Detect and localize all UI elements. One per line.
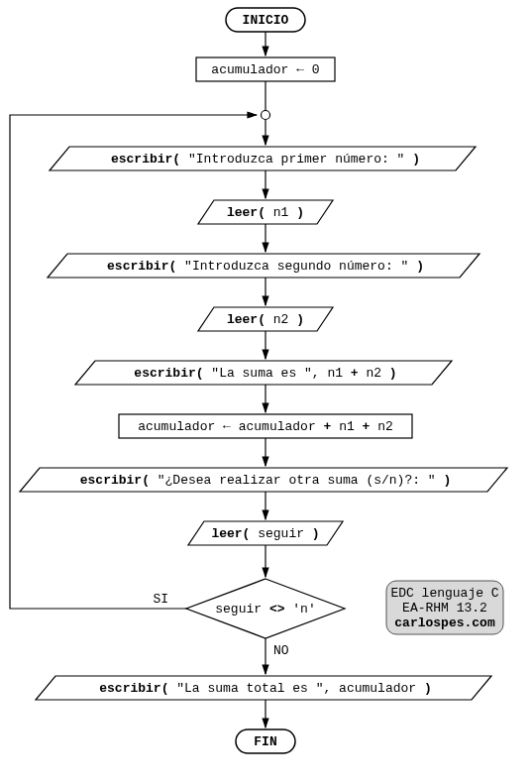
svg-text:leer( seguir ): leer( seguir ) [211,526,319,541]
svg-text:escribir( "La suma total es ",: escribir( "La suma total es ", acumulado… [99,681,432,696]
terminal-end-label: FIN [254,734,276,749]
io-prompt-again: escribir( "¿Desea realizar otra suma (s/… [20,468,507,492]
io-read-seguir: leer( seguir ) [188,521,343,545]
svg-text:leer( n2 ): leer( n2 ) [227,312,304,327]
io-write-total: escribir( "La suma total es ", acumulado… [36,676,491,700]
io-read-n2: leer( n2 ) [198,307,333,331]
terminal-start: INICIO [226,8,305,32]
svg-text:escribir( "Introduzca segundo : escribir( "Introduzca segundo número: " … [107,259,424,274]
badge-line2: EA-RHM 13.2 [402,601,487,616]
process-init: acumulador ← 0 [196,57,335,81]
badge-line1: EDC lenguaje C [390,586,498,601]
io-write-sum: escribir( "La suma es ", n1 + n2 ) [75,361,452,385]
svg-text:escribir( "Introduzca primer n: escribir( "Introduzca primer número: " ) [111,152,420,167]
io-prompt-first-number: escribir( "Introduzca primer número: " ) [50,147,476,170]
decision-seguir: seguir <> 'n' [186,579,345,638]
svg-text:escribir( "¿Desea realizar otr: escribir( "¿Desea realizar otra suma (s/… [80,473,451,488]
decision-yes-label: SI [153,592,168,607]
terminal-end: FIN [236,729,295,753]
badge-line3: carlospes.com [394,616,495,630]
svg-text:acumulador
       ← 
      acu: acumulador ← acumulador + n1 + n2 [138,419,393,434]
process-accumulate: acumulador ← acumulador + n1 + n2 [119,414,412,438]
terminal-start-label: INICIO [243,13,289,28]
svg-text:seguir
       <> 
      'n': seguir <> 'n' [215,602,315,616]
decision-no-label: NO [273,643,289,658]
io-prompt-second-number: escribir( "Introduzca segundo número: " … [48,254,479,278]
loop-connector [262,111,270,120]
svg-text:acumulador
       ← 
      0: acumulador ← 0 [211,62,319,77]
svg-text:leer( n1 ): leer( n1 ) [227,205,304,220]
svg-text:escribir( "La suma es ", n1 + : escribir( "La suma es ", n1 + n2 ) [134,366,396,381]
io-read-n1: leer( n1 ) [198,200,333,224]
credit-badge: EDC lenguaje C EA-RHM 13.2 carlospes.com [386,581,503,634]
